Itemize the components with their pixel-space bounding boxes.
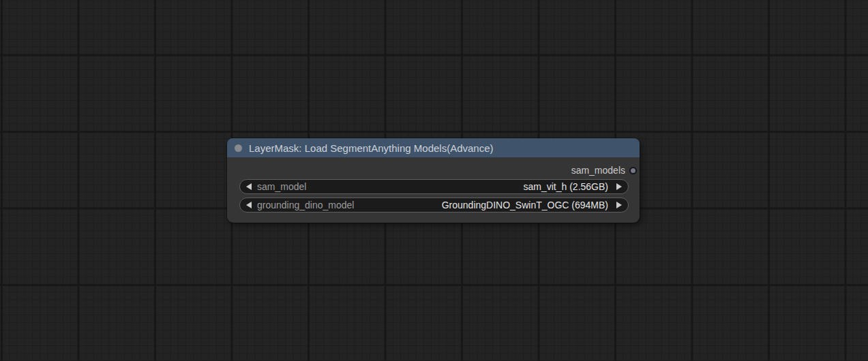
decrement-arrow-icon[interactable] [246, 202, 252, 208]
combo-widget-sam-model[interactable]: sam_model sam_vit_h (2.56GB) [239, 179, 629, 194]
node-layermask-load-segmentanything-models[interactable]: LayerMask: Load SegmentAnything Models(A… [227, 138, 640, 223]
output-label: sam_models [571, 165, 625, 176]
widget-label: sam_model [257, 181, 306, 192]
collapse-dot-icon[interactable] [235, 144, 242, 152]
graph-canvas[interactable]: LayerMask: Load SegmentAnything Models(A… [0, 0, 868, 361]
widget-label: grounding_dino_model [257, 200, 354, 210]
increment-arrow-icon[interactable] [616, 183, 622, 190]
combo-widget-grounding-dino-model[interactable]: grounding_dino_model GroundingDINO_SwinT… [239, 198, 629, 213]
decrement-arrow-icon[interactable] [246, 183, 252, 190]
increment-arrow-icon[interactable] [616, 202, 622, 208]
output-slot-sam-models-icon[interactable] [629, 167, 637, 174]
node-title: LayerMask: Load SegmentAnything Models(A… [249, 142, 494, 154]
widget-value: GroundingDINO_SwinT_OGC (694MB) [442, 200, 608, 210]
output-row-sam-models: sam_models [571, 161, 637, 180]
node-header[interactable]: LayerMask: Load SegmentAnything Models(A… [227, 138, 640, 157]
widget-value: sam_vit_h (2.56GB) [524, 181, 609, 192]
